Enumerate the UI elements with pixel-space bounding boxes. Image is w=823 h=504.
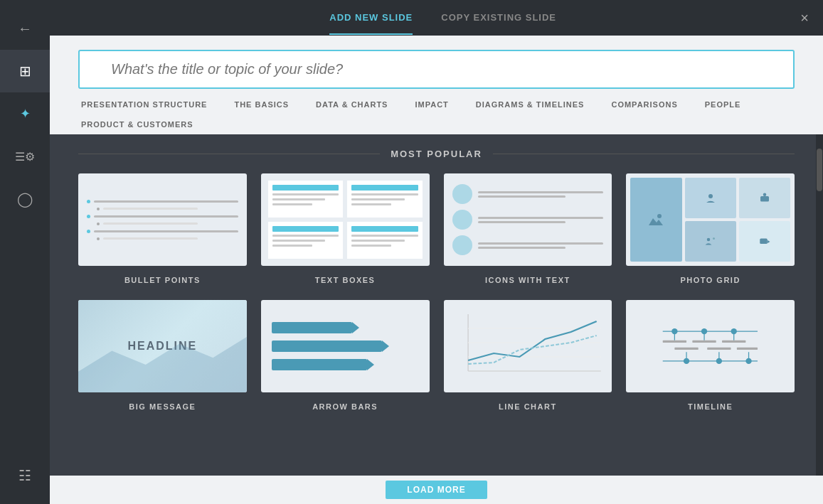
- search-wrapper: 🔍: [78, 50, 795, 89]
- arrowbars-thumb-content: [261, 300, 430, 392]
- slide-item-big-message[interactable]: HEADLINE BIG MESSAGE: [78, 300, 247, 412]
- slide-item-photo-grid[interactable]: PHOTO GRID: [626, 173, 795, 286]
- arrow-bar-2: [272, 341, 382, 352]
- nav-tab-people[interactable]: PEOPLE: [702, 95, 744, 114]
- svg-rect-6: [760, 238, 768, 244]
- slide-item-text-boxes[interactable]: TEXT BOXES: [261, 173, 430, 286]
- dots-icon: ✦: [20, 106, 31, 122]
- linechart-thumb-content: [444, 300, 612, 392]
- sidebar-camera-btn[interactable]: ◯: [0, 178, 50, 220]
- arrow-bar-3: [272, 359, 367, 370]
- sidebar-grid-btn[interactable]: ⊞: [0, 50, 50, 92]
- scrollbar[interactable]: [816, 134, 823, 476]
- svg-rect-17: [663, 341, 686, 343]
- nav-tab-product-customers[interactable]: PRODUCT & CUSTOMERS: [78, 114, 196, 134]
- nav-tab-presentation-structure[interactable]: PRESENTATION STRUCTURE: [78, 95, 210, 114]
- slide-thumb-icons-with-text: [444, 173, 612, 266]
- nav-tab-diagrams-timelines[interactable]: DIAGRAMS & TIMELINES: [473, 95, 588, 114]
- slide-thumb-line-chart: [444, 300, 612, 392]
- svg-point-1: [708, 194, 713, 198]
- sidebar-settings-btn[interactable]: ☰⚙: [0, 135, 50, 178]
- search-input[interactable]: [78, 50, 795, 89]
- main-panel: ADD NEW SLIDE COPY EXISTING SLIDE × 🔍 PR…: [50, 0, 823, 504]
- bullet-thumb-content: [78, 173, 247, 266]
- slide-label-arrow-bars: ARROW BARS: [312, 402, 378, 411]
- slide-item-bullet-points[interactable]: BULLET POINTS: [78, 173, 247, 286]
- photo-cell-2: [685, 178, 736, 218]
- svg-point-3: [763, 193, 767, 196]
- bottom-bar: LOAD MORE: [50, 476, 823, 504]
- svg-point-4: [706, 237, 710, 241]
- slide-label-photo-grid: PHOTO GRID: [680, 276, 740, 284]
- header: ADD NEW SLIDE COPY EXISTING SLIDE ×: [50, 0, 823, 36]
- nav-tab-data-charts[interactable]: DATA & CHARTS: [313, 95, 391, 114]
- slide-grid: BULLET POINTS TEXT BOXES: [78, 173, 795, 412]
- content-area: MOST POPULAR BULLET POINTS: [50, 134, 823, 476]
- slide-thumb-bullet-points: [78, 173, 247, 266]
- sidebar-list-btn[interactable]: ☷: [0, 454, 50, 497]
- slide-thumb-arrow-bars: [261, 300, 430, 392]
- photo-cell-5: [739, 221, 790, 262]
- photo-cell-1: [630, 178, 681, 262]
- photogrid-thumb-content: [626, 173, 795, 266]
- nav-tab-comparisons[interactable]: COMPARISONS: [608, 95, 680, 114]
- grid-icon: ⊞: [19, 63, 31, 80]
- svg-rect-23: [722, 341, 745, 343]
- timeline-thumb-content: [626, 300, 795, 392]
- icons-thumb-content: [444, 173, 612, 266]
- settings-icon: ☰⚙: [15, 150, 35, 163]
- scrollbar-thumb[interactable]: [817, 149, 822, 191]
- svg-rect-2: [760, 196, 769, 202]
- slide-item-arrow-bars[interactable]: ARROW BARS: [261, 300, 430, 412]
- slide-label-line-chart: LINE CHART: [499, 402, 557, 411]
- slide-thumb-photo-grid: [626, 173, 795, 266]
- svg-rect-33: [737, 348, 758, 350]
- slide-thumb-big-message: HEADLINE: [78, 300, 247, 392]
- svg-point-0: [657, 214, 662, 218]
- close-button[interactable]: ×: [800, 10, 809, 26]
- svg-rect-27: [675, 348, 699, 350]
- sidebar-back-btn[interactable]: ←: [0, 7, 50, 50]
- tab-add-new-slide[interactable]: ADD NEW SLIDE: [329, 1, 413, 35]
- svg-marker-7: [768, 240, 770, 243]
- slide-thumb-timeline: [626, 300, 795, 392]
- header-tabs: ADD NEW SLIDE COPY EXISTING SLIDE: [85, 1, 800, 35]
- slide-item-timeline[interactable]: TIMELINE: [626, 300, 795, 412]
- slide-label-icons-with-text: ICONS WITH TEXT: [485, 276, 570, 284]
- photo-cell-3: [739, 178, 790, 218]
- textboxes-thumb-content: [261, 173, 430, 266]
- svg-rect-20: [693, 341, 716, 343]
- slide-item-icons-with-text[interactable]: ICONS WITH TEXT: [444, 173, 612, 286]
- nav-tab-the-basics[interactable]: THE BASICS: [231, 95, 292, 114]
- slide-label-big-message: BIG MESSAGE: [129, 402, 196, 411]
- slide-label-text-boxes: TEXT BOXES: [315, 276, 376, 284]
- slide-item-line-chart[interactable]: LINE CHART: [444, 300, 612, 412]
- camera-icon: ◯: [17, 191, 33, 208]
- nav-tabs: PRESENTATION STRUCTURE THE BASICS DATA &…: [50, 89, 823, 134]
- nav-tab-impact[interactable]: IMPACT: [412, 95, 451, 114]
- back-icon: ←: [18, 21, 32, 37]
- slide-label-timeline: TIMELINE: [688, 402, 733, 411]
- search-area: 🔍: [50, 36, 823, 89]
- svg-rect-30: [707, 348, 731, 350]
- tab-copy-existing-slide[interactable]: COPY EXISTING SLIDE: [441, 1, 556, 35]
- photo-cell-4: [685, 221, 736, 262]
- slide-label-bullet-points: BULLET POINTS: [124, 276, 201, 284]
- load-more-button[interactable]: LOAD MORE: [386, 481, 487, 499]
- svg-point-5: [713, 237, 715, 240]
- arrow-bar-1: [272, 322, 353, 333]
- bigmessage-thumb-content: HEADLINE: [78, 300, 247, 392]
- list-icon: ☷: [18, 467, 31, 484]
- section-title: MOST POPULAR: [78, 149, 795, 159]
- sidebar-dots-btn[interactable]: ✦: [0, 92, 50, 135]
- sidebar: ← ⊞ ✦ ☰⚙ ◯ ☷: [0, 0, 50, 504]
- svg-marker-8: [78, 337, 247, 392]
- slide-thumb-text-boxes: [261, 173, 430, 266]
